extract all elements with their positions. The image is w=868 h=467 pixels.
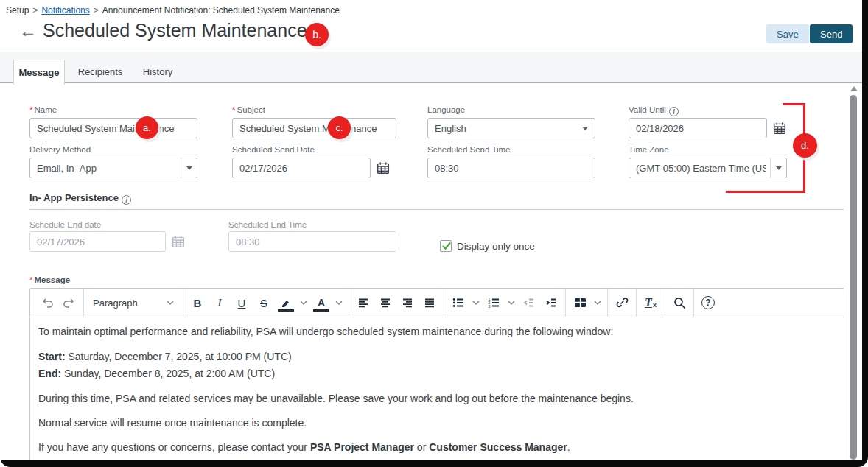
- display-only-once-label: Display only once: [457, 241, 535, 252]
- breadcrumb-current: Announcement Notification: Scheduled Sys…: [102, 5, 340, 15]
- vertical-scrollbar[interactable]: [849, 83, 859, 460]
- breadcrumb-setup: Setup: [6, 5, 29, 15]
- redo-icon[interactable]: [58, 292, 80, 313]
- scheduled-end-time-input: [228, 231, 396, 252]
- message-paragraph: Start: Saturday, December 7, 2025, at 10…: [38, 348, 836, 382]
- chevron-down-icon[interactable]: [297, 292, 310, 313]
- scheduled-send-time-label: Scheduled Send Time: [427, 145, 511, 154]
- subject-input[interactable]: [232, 118, 396, 138]
- tab-message[interactable]: Message: [13, 60, 65, 85]
- table-icon[interactable]: [569, 292, 591, 313]
- schedule-end-date-label: Schedule End date: [29, 220, 101, 229]
- page-title: Scheduled System Maintenance: [43, 20, 307, 41]
- underline-button[interactable]: U: [231, 292, 253, 313]
- tab-history[interactable]: History: [137, 60, 178, 84]
- message-editor: Paragraph B I U S A: [29, 288, 844, 460]
- calendar-icon[interactable]: [377, 161, 390, 175]
- help-icon[interactable]: ?: [697, 292, 719, 313]
- scroll-up-arrow-icon[interactable]: [850, 86, 858, 91]
- outdent-icon: [518, 292, 540, 313]
- delivery-method-select[interactable]: Email, In- App: [29, 158, 197, 178]
- calendar-icon[interactable]: [773, 122, 786, 135]
- valid-until-label: Valid Untili: [629, 105, 679, 116]
- chevron-down-icon[interactable]: [469, 292, 483, 313]
- message-paragraph: Normal service will resume once maintena…: [38, 415, 836, 431]
- message-label: *Message: [29, 275, 70, 284]
- chevron-down-icon: [776, 166, 782, 170]
- language-select[interactable]: English: [427, 118, 595, 138]
- scheduled-send-date-label: Scheduled Send Date: [232, 145, 315, 154]
- info-icon[interactable]: i: [122, 195, 131, 205]
- chevron-down-icon[interactable]: [591, 292, 604, 313]
- bold-button[interactable]: B: [186, 292, 209, 313]
- align-justify-icon[interactable]: [419, 292, 441, 313]
- align-left-icon[interactable]: [352, 292, 374, 313]
- schedule-end-date-input: [29, 231, 166, 252]
- search-icon[interactable]: [668, 292, 690, 313]
- message-paragraph: During this time, PSA and related servic…: [38, 391, 836, 407]
- info-icon[interactable]: i: [669, 107, 679, 116]
- in-app-persistence-title: In- App Persistencei: [29, 192, 131, 205]
- svg-text:3: 3: [489, 304, 491, 308]
- annotation-bracket-bottom: [726, 191, 805, 193]
- message-body[interactable]: To maintain optimal performance and reli…: [30, 317, 844, 460]
- undo-icon[interactable]: [36, 292, 58, 313]
- section-divider: [29, 209, 844, 210]
- scheduled-send-time-input[interactable]: [427, 158, 595, 178]
- subject-label: *Subject: [232, 105, 265, 114]
- language-label: Language: [427, 105, 465, 114]
- annotation-badge-b: b.: [305, 23, 329, 46]
- scheduled-end-time-label: Scheduled End Time: [228, 220, 307, 229]
- italic-button[interactable]: I: [209, 292, 231, 313]
- time-zone-label: Time Zone: [629, 145, 669, 154]
- display-only-once-checkbox[interactable]: [440, 240, 452, 252]
- editor-toolbar: Paragraph B I U S A: [30, 289, 844, 317]
- time-zone-select[interactable]: (GMT-05:00) Eastern Time (US & ...: [629, 158, 787, 178]
- chevron-down-icon: [167, 301, 174, 306]
- scrollbar-thumb[interactable]: [850, 95, 857, 460]
- strikethrough-button[interactable]: S: [253, 292, 275, 313]
- align-right-icon[interactable]: [396, 292, 419, 313]
- calendar-icon: [172, 235, 185, 248]
- save-button[interactable]: Save: [766, 24, 809, 43]
- chevron-down-icon: [186, 166, 192, 170]
- annotation-badge-c: c.: [328, 116, 351, 139]
- highlighter-icon: [280, 298, 292, 308]
- tab-recipients[interactable]: Recipients: [72, 60, 128, 84]
- indent-icon[interactable]: [540, 292, 562, 313]
- name-label: *Name: [29, 105, 57, 114]
- clear-formatting-icon[interactable]: Tx: [640, 292, 662, 313]
- scheduled-send-date-input[interactable]: [232, 158, 371, 178]
- align-center-icon[interactable]: [374, 292, 396, 313]
- bullet-list-icon[interactable]: [447, 292, 469, 313]
- highlight-color-button[interactable]: [275, 292, 297, 313]
- numbered-list-icon[interactable]: 123: [483, 292, 505, 313]
- annotation-badge-a: a.: [136, 116, 158, 139]
- chevron-down-icon: [582, 127, 588, 130]
- valid-until-input[interactable]: [629, 118, 767, 138]
- message-paragraph: To maintain optimal performance and reli…: [38, 324, 836, 340]
- tab-strip: Message Recipients History: [0, 52, 862, 83]
- delivery-method-label: Delivery Method: [29, 145, 91, 154]
- back-arrow-icon[interactable]: ←: [19, 22, 37, 40]
- name-input[interactable]: [29, 118, 197, 138]
- breadcrumb-notifications-link[interactable]: Notifications: [41, 5, 89, 15]
- message-paragraph: If you have any questions or concerns, p…: [38, 440, 836, 455]
- checkmark-icon: [441, 241, 452, 251]
- annotation-badge-d: d.: [793, 133, 817, 158]
- breadcrumb: Setup>Notifications>Announcement Notific…: [6, 5, 340, 15]
- chevron-down-icon[interactable]: [332, 292, 346, 313]
- window-frame: Setup>Notifications>Announcement Notific…: [0, 0, 868, 467]
- announcement-notification-page: Setup>Notifications>Announcement Notific…: [0, 0, 862, 460]
- font-color-button[interactable]: A: [310, 292, 332, 313]
- send-button[interactable]: Send: [810, 24, 853, 43]
- annotation-bracket-top: [783, 103, 805, 105]
- paragraph-style-dropdown[interactable]: Paragraph: [87, 292, 180, 313]
- chevron-down-icon[interactable]: [505, 292, 518, 313]
- link-icon[interactable]: [611, 292, 633, 313]
